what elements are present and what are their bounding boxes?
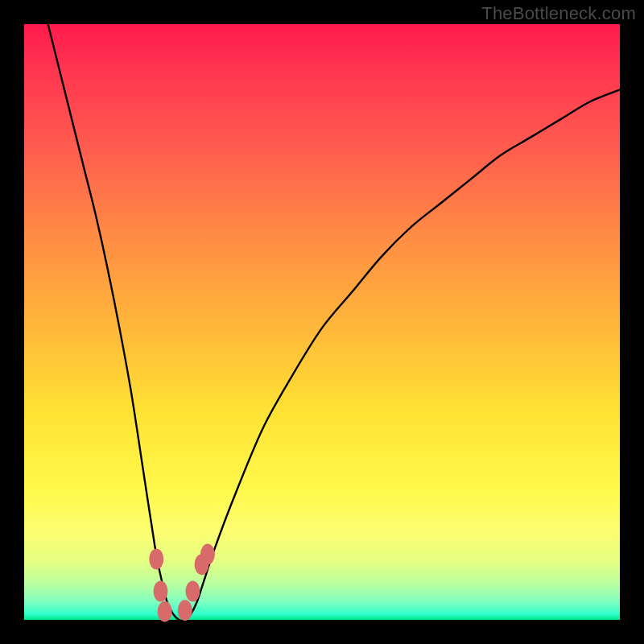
- curve-marker: [185, 580, 200, 601]
- curve-marker: [200, 544, 215, 565]
- bottleneck-curve: [48, 24, 620, 621]
- curve-marker: [158, 601, 172, 622]
- watermark-text: TheBottleneck.com: [481, 3, 636, 24]
- curve-marker: [178, 600, 192, 621]
- bottleneck-chart: [24, 24, 620, 620]
- curve-marker: [153, 580, 167, 601]
- marker-group: [149, 544, 215, 622]
- chart-plot-area: [24, 24, 620, 620]
- curve-marker: [149, 549, 163, 570]
